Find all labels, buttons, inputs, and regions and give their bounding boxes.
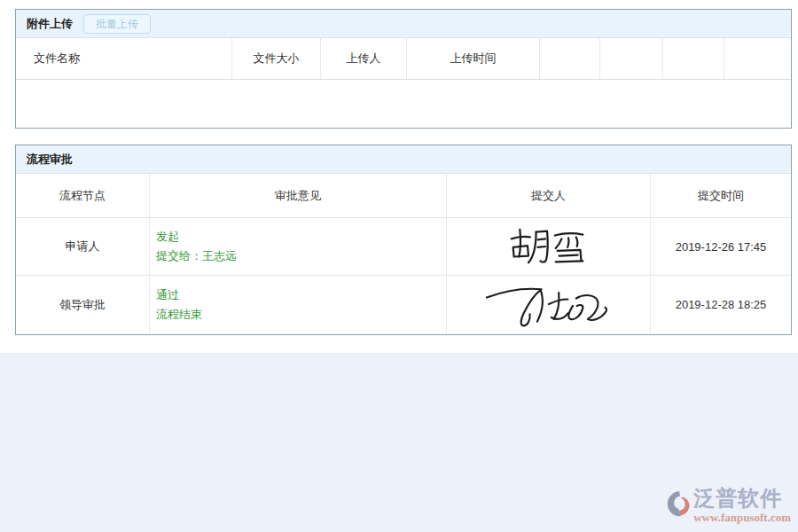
submitter-signature-cell: [447, 218, 651, 275]
column-header-upload-time: 上传时间: [407, 38, 540, 79]
column-header-approval-opinion: 审批意见: [150, 174, 447, 217]
approval-panel-header: 流程审批: [16, 145, 791, 174]
batch-upload-button[interactable]: 批量上传: [83, 14, 151, 34]
fanpu-logo-icon: [667, 489, 693, 520]
process-node-cell: 申请人: [16, 218, 150, 275]
column-header-empty-3: [663, 38, 724, 79]
opinion-detail-text: 提交给：王志远: [156, 246, 237, 266]
opinion-detail-text: 流程结束: [156, 305, 202, 325]
fanpu-website-link[interactable]: www.fanpusoft.com: [693, 511, 791, 525]
column-header-submitter: 提交人: [447, 174, 651, 217]
submitter-signature-cell: [447, 276, 651, 333]
column-header-empty-2: [600, 38, 663, 79]
signature-image-hu-xue: [506, 223, 591, 270]
submit-time-cell: 2019-12-28 18:25: [651, 276, 791, 333]
column-header-empty-1: [540, 38, 600, 79]
column-header-file-name: 文件名称: [16, 38, 232, 79]
approval-table-header-row: 流程节点 审批意见 提交人 提交时间: [16, 174, 791, 218]
attachment-table-header-row: 文件名称 文件大小 上传人 上传时间: [16, 38, 791, 80]
attachment-table-empty-body: [16, 80, 791, 128]
attachment-upload-panel: 附件上传 批量上传 文件名称 文件大小 上传人 上传时间: [15, 9, 792, 129]
submit-time-cell: 2019-12-26 17:45: [651, 218, 791, 275]
table-row-leader-approval: 领导审批 通过 流程结束 2019-12-28 18:25: [16, 276, 791, 333]
fanpu-logo-name: 泛普软件: [693, 488, 782, 509]
attachment-panel-header: 附件上传 批量上传: [16, 10, 791, 38]
opinion-action-text: 发起: [156, 227, 179, 246]
opinion-action-text: 通过: [156, 286, 179, 305]
page-footer-area: 泛普软件 www.fanpusoft.com: [0, 353, 798, 532]
fanpu-logo-texts: 泛普软件 www.fanpusoft.com: [693, 488, 791, 525]
column-header-file-size: 文件大小: [232, 38, 321, 79]
approval-panel-title: 流程审批: [27, 152, 73, 168]
column-header-submit-time: 提交时间: [651, 174, 791, 217]
signature-image-wang-zhiyuan: [482, 280, 615, 330]
fanpu-logo: 泛普软件 www.fanpusoft.com: [667, 488, 791, 525]
attachment-panel-title: 附件上传: [27, 16, 73, 32]
process-approval-panel: 流程审批 流程节点 审批意见 提交人 提交时间 申请人 发起 提交给：王志远: [15, 145, 792, 335]
approval-opinion-cell: 发起 提交给：王志远: [150, 218, 447, 275]
approval-opinion-cell: 通过 流程结束: [150, 276, 447, 333]
column-header-empty-4: [724, 38, 791, 79]
column-header-uploader: 上传人: [321, 38, 407, 79]
column-header-process-node: 流程节点: [16, 174, 150, 217]
table-row-applicant: 申请人 发起 提交给：王志远 2019-12-2: [16, 218, 791, 276]
process-node-cell: 领导审批: [16, 276, 150, 333]
